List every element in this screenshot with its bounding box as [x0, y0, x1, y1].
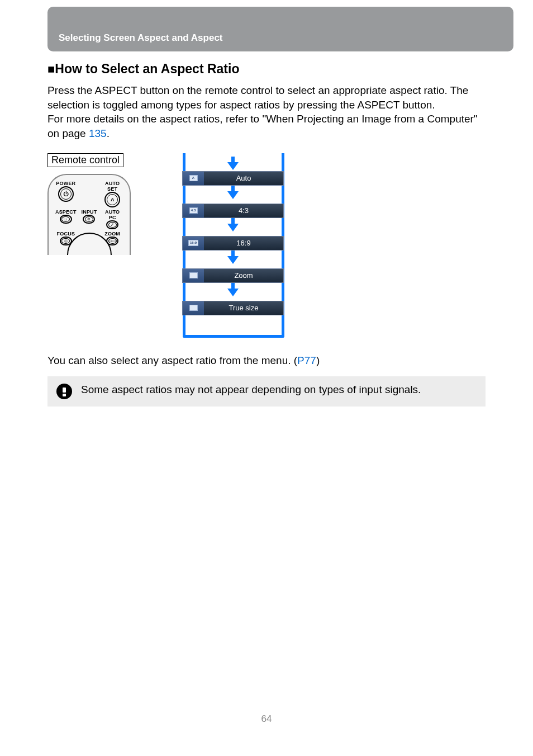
- input-icon: ⊕: [83, 215, 95, 224]
- page-number: 64: [0, 714, 533, 725]
- aspect-button-ref-2: ASPECT: [357, 99, 399, 111]
- heading-text: How to Select an Aspect Ratio: [55, 62, 239, 76]
- osd-aspect-icon: [183, 269, 204, 282]
- remote-control-label: Remote control: [47, 153, 123, 167]
- aspect-icon: ▭: [60, 215, 72, 224]
- osd-label: Zoom: [204, 269, 283, 282]
- flow-items: A Auto 4:3 4:3 16:9 16:9 Zoom: [168, 171, 298, 318]
- osd-label: 16:9: [204, 237, 283, 250]
- illustration-row: Remote control POWER ⏻ AUTO SET A ASPECT…: [47, 153, 486, 338]
- paragraph-2: For more details on the aspect ratios, r…: [47, 112, 486, 140]
- osd-aspect-icon: 16:9: [183, 237, 204, 250]
- autoset-icon: A: [104, 192, 120, 207]
- breadcrumb: Selecting Screen Aspect and Aspect: [59, 32, 502, 44]
- aspect-button-ref-1: ASPECT: [95, 84, 137, 96]
- osd-label: Auto: [204, 172, 283, 185]
- caution-icon: [56, 384, 72, 399]
- osd-label: 4:3: [204, 204, 283, 218]
- osd-item-true-size: True size: [182, 301, 284, 315]
- osd-item-auto: A Auto: [182, 171, 284, 186]
- osd-aspect-icon: [183, 301, 204, 315]
- remote-control-body: POWER ⏻ AUTO SET A ASPECT ▭ INPUT ⊕: [47, 174, 131, 255]
- remote-autopc: AUTO PC ⤢: [101, 209, 124, 229]
- aspect-flow-diagram: A Auto 4:3 4:3 16:9 16:9 Zoom: [168, 153, 298, 338]
- page-link-135[interactable]: 135: [89, 127, 107, 139]
- power-icon: ⏻: [58, 186, 74, 202]
- flow-arrow-icon: [227, 256, 239, 264]
- remote-control-figure: Remote control POWER ⏻ AUTO SET A ASPECT…: [47, 153, 134, 255]
- remote-autoset: AUTO SET A: [101, 181, 124, 207]
- autopc-icon: ⤢: [106, 220, 118, 229]
- remote-input: INPUT ⊕: [78, 209, 101, 229]
- remote-power: POWER ⏻: [54, 181, 78, 207]
- flow-entry-arrow: [227, 153, 239, 170]
- page-link-p77[interactable]: P77: [297, 355, 316, 366]
- remote-aspect: ASPECT ▭: [54, 209, 78, 229]
- heading-marker: ■: [47, 62, 55, 76]
- osd-aspect-icon: A: [183, 172, 204, 185]
- osd-aspect-icon: 4:3: [183, 204, 204, 218]
- paragraph-3: You can also select any aspect ratio fro…: [47, 353, 486, 368]
- flow-arrow-icon: [227, 224, 239, 231]
- paragraph-1: Press the ASPECT button on the remote co…: [47, 83, 486, 112]
- osd-item-zoom: Zoom: [182, 268, 284, 283]
- section-heading: ■How to Select an Aspect Ratio: [47, 62, 486, 77]
- flow-arrow-icon: [227, 289, 239, 296]
- osd-item-4-3: 4:3 4:3: [182, 204, 284, 218]
- note-box: Some aspect ratios may not appear depend…: [47, 376, 486, 407]
- osd-item-16-9: 16:9 16:9: [182, 236, 284, 251]
- flow-arrow-icon: [227, 191, 239, 199]
- header-band: Selecting Screen Aspect and Aspect: [47, 7, 513, 51]
- note-text: Some aspect ratios may not appear depend…: [81, 384, 421, 396]
- osd-label: True size: [204, 301, 283, 315]
- page-content: ■How to Select an Aspect Ratio Press the…: [0, 51, 533, 407]
